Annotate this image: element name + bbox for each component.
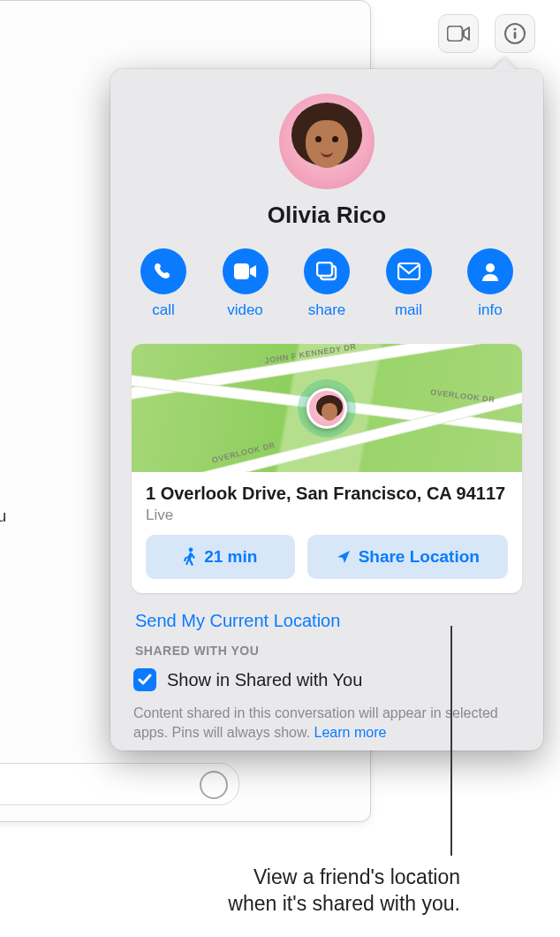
emoji-icon[interactable]	[200, 771, 228, 799]
walking-icon	[183, 547, 197, 567]
contact-avatar[interactable]	[279, 94, 375, 189]
info-button[interactable]	[495, 14, 535, 53]
call-button[interactable]: call	[133, 248, 193, 319]
svg-point-8	[486, 263, 495, 272]
show-in-shared-checkbox[interactable]	[133, 668, 156, 691]
callout-leader-line	[450, 626, 452, 856]
map-location-pin[interactable]	[298, 379, 356, 438]
location-arrow-icon	[336, 549, 352, 565]
road-label-2: OVERLOOK DR	[430, 388, 496, 405]
svg-rect-6	[317, 263, 332, 276]
callout-caption: View a friend's location when it's share…	[111, 865, 460, 918]
video-camera-icon	[447, 26, 470, 42]
location-map[interactable]: JOHN F KENNEDY DR OVERLOOK DR OVERLOOK D…	[132, 344, 522, 472]
location-address: 1 Overlook Drive, San Francisco, CA 9411…	[146, 483, 508, 505]
message-input-bubble[interactable]	[0, 763, 239, 805]
shared-with-you-section-label: SHARED WITH YOU	[135, 644, 522, 658]
location-status: Live	[146, 507, 508, 524]
svg-rect-3	[514, 32, 517, 39]
window-toolbar	[438, 14, 535, 53]
share-screen-icon	[316, 262, 337, 281]
mail-icon	[397, 263, 420, 280]
share-button[interactable]: share	[297, 248, 357, 319]
shared-footnote: Content shared in this conversation will…	[133, 704, 520, 742]
show-in-shared-row[interactable]: Show in Shared with You	[133, 668, 522, 691]
share-label: share	[308, 301, 346, 319]
contact-action-row: call video share	[132, 248, 522, 319]
contact-name: Olivia Rico	[132, 202, 522, 229]
walk-time-label: 21 min	[204, 547, 257, 567]
facetime-video-button[interactable]	[438, 14, 479, 53]
svg-point-9	[189, 548, 193, 552]
svg-point-2	[513, 27, 516, 30]
location-card: JOHN F KENNEDY DR OVERLOOK DR OVERLOOK D…	[132, 344, 522, 593]
video-label: video	[227, 301, 263, 319]
svg-rect-7	[398, 263, 420, 279]
call-label: call	[152, 301, 175, 319]
share-location-label: Share Location	[359, 547, 480, 567]
svg-rect-0	[448, 27, 463, 42]
walk-directions-button[interactable]: 21 min	[146, 535, 295, 579]
phone-icon	[153, 261, 174, 282]
mail-label: mail	[395, 301, 422, 319]
popover-arrow	[492, 58, 517, 71]
checkmark-icon	[138, 674, 152, 686]
send-current-location-link[interactable]: Send My Current Location	[135, 611, 522, 631]
learn-more-link[interactable]: Learn more	[314, 725, 387, 740]
person-icon	[480, 261, 501, 282]
info-action-button[interactable]: info	[460, 248, 520, 319]
info-label: info	[478, 301, 502, 319]
info-icon	[503, 22, 526, 45]
share-location-button[interactable]: Share Location	[307, 535, 508, 579]
video-button[interactable]: video	[216, 248, 276, 319]
show-in-shared-label: Show in Shared with You	[167, 670, 362, 690]
svg-rect-4	[234, 263, 249, 279]
background-text-fragment: ocation with you	[0, 507, 6, 526]
video-icon	[234, 263, 257, 279]
contact-avatar-container	[132, 94, 522, 189]
mail-button[interactable]: mail	[379, 248, 439, 319]
details-popover: Olivia Rico call video	[110, 69, 543, 750]
